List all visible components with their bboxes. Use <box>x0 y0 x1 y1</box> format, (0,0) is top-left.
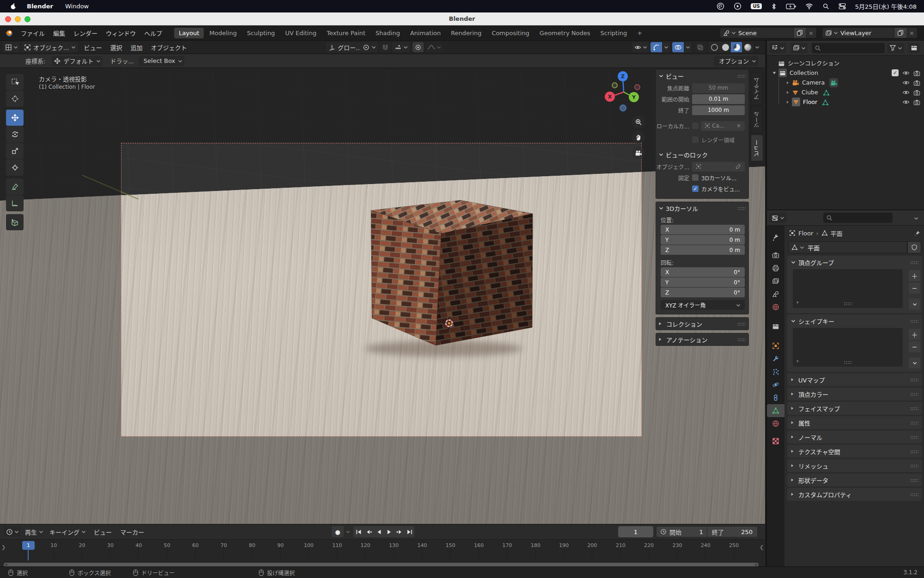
measure-tool[interactable] <box>6 195 24 211</box>
properties-options-chevron[interactable] <box>914 215 918 221</box>
viewport-menu-view[interactable]: ビュー <box>79 41 106 54</box>
frame-start-field[interactable]: 開始1 <box>657 527 707 537</box>
macos-app-menu[interactable]: Blender <box>27 3 53 10</box>
collection-exclude-checkbox[interactable]: ✓ <box>892 69 899 76</box>
panel-grip[interactable] <box>737 322 746 326</box>
zoom-window-button[interactable] <box>24 16 30 22</box>
viewlayer-remove-button[interactable]: × <box>906 28 917 38</box>
scene-name-field[interactable]: Scene <box>738 30 793 37</box>
outliner-search-input[interactable] <box>812 43 885 53</box>
tab-texture-properties[interactable] <box>767 435 784 448</box>
cursor-panel-header[interactable]: 3Dカーソル <box>656 202 748 214</box>
tab-scene-properties[interactable] <box>767 288 784 301</box>
cursor-location-y-field[interactable]: Y0 m <box>661 235 745 245</box>
menu-window[interactable]: ウィンドウ <box>102 26 140 40</box>
menubar-clock[interactable]: 5月25日(水) 午後4:08 <box>855 2 917 11</box>
blender-logo-icon[interactable] <box>5 29 13 37</box>
rotation-mode-dropdown[interactable]: XYZ オイラー角 <box>661 300 745 310</box>
list-expand-icon[interactable] <box>797 360 799 363</box>
list-resize-grip[interactable] <box>844 302 852 305</box>
focal-length-field[interactable]: 50 mm <box>692 83 745 93</box>
frame-end-field[interactable]: 終了250 <box>707 527 757 537</box>
editor-type-selector[interactable] <box>3 42 20 52</box>
shading-dropdown-chevron[interactable] <box>755 46 759 49</box>
breadcrumb-object[interactable]: Floor <box>798 230 813 237</box>
vertex-group-remove-button[interactable]: − <box>909 283 920 294</box>
shading-rendered-button[interactable] <box>742 42 753 52</box>
show-overlays-toggle[interactable] <box>672 42 692 52</box>
keyboard-layout-badge[interactable]: US <box>751 3 761 9</box>
list-expand-icon[interactable] <box>797 301 799 304</box>
vertex-groups-header[interactable]: 頂点グループ <box>787 256 922 268</box>
drag-mode-dropdown[interactable]: Select Box <box>139 56 184 66</box>
current-frame-field[interactable]: 1 <box>618 526 653 537</box>
snap-settings-dropdown[interactable] <box>392 42 410 52</box>
render-region-checkbox[interactable] <box>692 136 699 143</box>
shape-keys-header[interactable]: シェイプキー <box>787 315 922 327</box>
workspace-tab-animation[interactable]: Animation <box>406 28 445 38</box>
gizmo-axis-x-neg[interactable] <box>612 82 618 88</box>
scene-unlink-button[interactable]: × <box>806 28 816 38</box>
gizmo-axis-y-neg[interactable] <box>634 84 640 90</box>
local-camera-checkbox[interactable] <box>692 123 699 129</box>
gizmo-axis-z[interactable]: Z <box>618 71 628 81</box>
tab-viewlayer-properties[interactable] <box>767 275 784 288</box>
cursor-location-x-field[interactable]: X0 m <box>661 225 745 234</box>
tab-output-properties[interactable] <box>767 262 784 275</box>
wifi-icon[interactable] <box>805 3 813 9</box>
snap-toggle[interactable] <box>380 42 391 52</box>
viewlayer-new-copy-button[interactable] <box>894 28 906 38</box>
tab-world-properties[interactable] <box>767 301 784 314</box>
tab-object-data-properties[interactable] <box>767 404 784 417</box>
proportional-editing-toggle[interactable] <box>413 42 424 52</box>
n-panel-tab-item[interactable]: アイテム <box>751 73 763 105</box>
macos-window-menu[interactable]: Window <box>65 3 89 10</box>
fake-user-shield-button[interactable] <box>907 241 921 253</box>
lock-3d-cursor-checkbox[interactable] <box>692 174 699 181</box>
keying-set-chevron[interactable] <box>346 530 350 533</box>
add-cube-tool[interactable] <box>6 214 24 230</box>
scene-new-copy-button[interactable] <box>793 28 806 38</box>
proportional-falloff-dropdown[interactable] <box>425 42 443 52</box>
battery-icon[interactable] <box>786 4 796 9</box>
n-panel-tab-tool[interactable]: ツール <box>751 106 763 133</box>
viewlayer-name-field[interactable]: ViewLayer <box>840 30 894 37</box>
view-lock-subpanel-header[interactable]: ビューのロック <box>656 148 748 160</box>
outliner-camera-row[interactable]: Camera <box>767 78 924 87</box>
coord-system-dropdown[interactable]: デフォルト <box>52 56 103 66</box>
menu-render[interactable]: レンダー <box>69 26 102 40</box>
camera-to-view-checkbox[interactable]: ✓ <box>692 185 699 192</box>
workspace-tab-layout[interactable]: Layout <box>174 28 204 38</box>
auto-keying-record-button[interactable]: ● <box>332 526 344 537</box>
workspace-tab-geometry-nodes[interactable]: Geometry Nodes <box>535 28 595 38</box>
outliner-scene-collection-row[interactable]: シーンコレクション <box>767 58 924 68</box>
outliner-editor-type-selector[interactable] <box>769 43 786 53</box>
transform-tool[interactable] <box>6 160 24 176</box>
viewport-menu-add[interactable]: 追加 <box>126 41 146 54</box>
cursor-rotation-x-field[interactable]: X0° <box>661 267 745 277</box>
playback-menu-icon[interactable] <box>734 2 742 10</box>
shape-key-remove-button[interactable]: − <box>909 341 920 352</box>
timeline-menu-keying[interactable]: キーイング <box>47 527 88 537</box>
hide-eye-icon[interactable] <box>902 69 910 77</box>
menu-edit[interactable]: 編集 <box>49 26 69 40</box>
timeline-left-expander[interactable]: ❯ <box>1 544 6 550</box>
play-reverse-button[interactable] <box>374 526 384 537</box>
outliner-ciube-row[interactable]: Ciube <box>767 87 924 97</box>
camera-visibility-icon[interactable] <box>913 98 920 106</box>
properties-editor-type-selector[interactable] <box>769 213 786 223</box>
clip-start-field[interactable]: 0.01 m <box>692 94 745 104</box>
camera-visibility-icon[interactable] <box>913 79 920 86</box>
panel-grip[interactable] <box>910 320 918 323</box>
tab-constraint-properties[interactable] <box>767 391 784 404</box>
shape-key-add-button[interactable]: ＋ <box>909 329 920 340</box>
tab-tool-properties[interactable] <box>767 231 784 244</box>
shape-key-specials-button[interactable] <box>909 357 920 369</box>
menu-help[interactable]: ヘルプ <box>140 26 166 40</box>
mesh-datablock-name-field[interactable]: 平面 <box>788 241 907 253</box>
scale-tool[interactable] <box>6 143 24 159</box>
breadcrumb-data[interactable]: 平面 <box>831 229 843 238</box>
next-keyframe-button[interactable] <box>394 526 404 537</box>
screen-record-icon[interactable] <box>717 2 724 10</box>
add-workspace-button[interactable]: + <box>632 28 647 38</box>
